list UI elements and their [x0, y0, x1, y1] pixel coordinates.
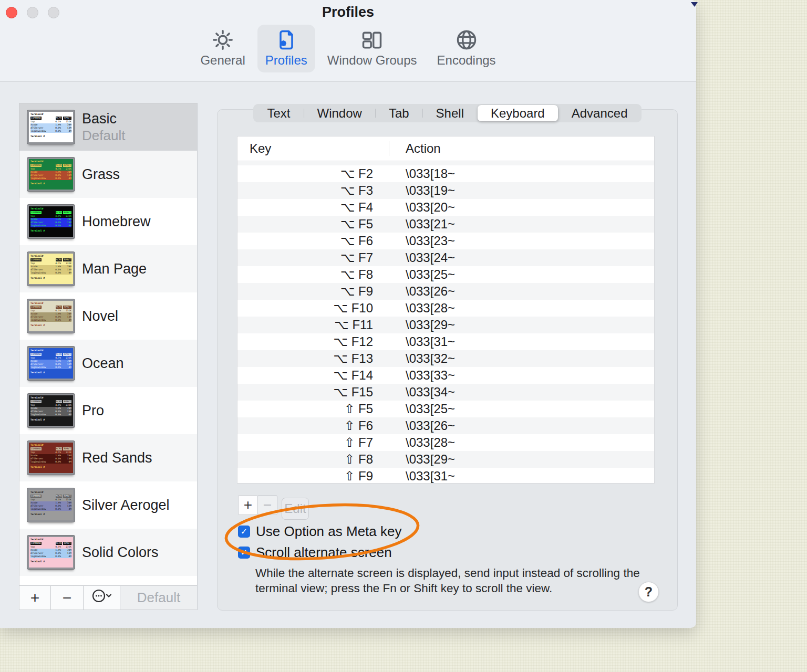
- thumb-header-row: COMMAND%CPURPRVT: [30, 447, 71, 450]
- thumb-process-cpu: 0.0%: [52, 319, 61, 322]
- thumb-process-row: loginwindow0.0%4M: [30, 177, 71, 180]
- edit-key-button[interactable]: Edit: [282, 498, 309, 520]
- profile-row-novel[interactable]: Terminal#COMMAND%CPURPRVTtop4.1%231KXcod…: [19, 292, 197, 340]
- thumb-header-row: COMMAND%CPURPRVT: [30, 211, 71, 214]
- profile-row-pro[interactable]: Terminal#COMMAND%CPURPRVTtop4.1%231KXcod…: [19, 387, 197, 434]
- action-cell: \033[26~: [389, 418, 455, 433]
- tab-window[interactable]: Window: [304, 105, 375, 121]
- toolbar-item-label: General: [200, 53, 245, 68]
- table-row[interactable]: ⇧ F8\033[29~: [237, 451, 654, 468]
- toolbar-item-window-groups[interactable]: Window Groups: [319, 25, 425, 72]
- action-cell: \033[32~: [389, 351, 455, 366]
- remove-profile-button[interactable]: −: [51, 586, 84, 610]
- thumb-process-cpu: 0.0%: [52, 271, 61, 275]
- help-button[interactable]: ?: [638, 582, 659, 602]
- scroll-alternate-screen-checkbox[interactable]: ✓: [238, 547, 250, 559]
- action-cell: \033[34~: [389, 385, 455, 400]
- table-row[interactable]: ⇧ F9\033[31~: [237, 468, 654, 484]
- key-cell: ⌥ F9: [237, 284, 389, 299]
- tab-keyboard[interactable]: Keyboard: [478, 105, 558, 121]
- profile-name: Solid Colors: [82, 544, 159, 560]
- thumb-header-row: COMMAND%CPURPRVT: [30, 258, 71, 261]
- profile-row-man-page[interactable]: Terminal#COMMAND%CPURPRVTtop4.1%231KXcod…: [19, 245, 197, 292]
- more-options-button[interactable]: [84, 586, 120, 610]
- thumb-prompt: Terminal #: [30, 182, 71, 185]
- profile-row-basic[interactable]: Terminal#COMMAND%CPURPRVTtop4.1%231KXcod…: [19, 103, 197, 151]
- thumb-terminal-title: Terminal#: [30, 538, 71, 541]
- profile-row-ocean[interactable]: Terminal#COMMAND%CPURPRVTtop4.1%231KXcod…: [19, 340, 197, 387]
- profile-thumbnail: Terminal#COMMAND%CPURPRVTtop4.1%231KXcod…: [27, 299, 75, 333]
- key-add-remove-group: + −: [238, 495, 277, 515]
- toolbar-item-general[interactable]: General: [192, 25, 253, 72]
- action-cell: \033[21~: [389, 217, 455, 232]
- profile-row-solid-colors[interactable]: Terminal#COMMAND%CPURPRVTtop4.1%231KXcod…: [19, 529, 197, 576]
- toolbar-item-encodings[interactable]: Encodings: [429, 25, 504, 72]
- thumb-column-chip: COMMAND: [30, 258, 42, 261]
- table-row[interactable]: ⌥ F13\033[32~: [237, 350, 654, 367]
- profile-row-red-sands[interactable]: Terminal#COMMAND%CPURPRVTtop4.1%231KXcod…: [19, 434, 197, 481]
- toolbar-item-label: Window Groups: [327, 53, 417, 68]
- thumb-column-chip: %CPU: [56, 211, 63, 214]
- key-cell: ⇧ F9: [237, 469, 389, 484]
- use-option-as-meta-checkbox[interactable]: ✓: [238, 526, 250, 538]
- toolbar-item-profiles[interactable]: Profiles: [257, 25, 315, 72]
- profile-thumbnail: Terminal#COMMAND%CPURPRVTtop4.1%231KXcod…: [27, 346, 75, 380]
- table-row[interactable]: ⇧ F6\033[26~: [237, 417, 654, 434]
- table-row[interactable]: ⌥ F9\033[26~: [237, 283, 654, 300]
- set-default-button[interactable]: Default: [120, 586, 197, 610]
- thumb-header-row: COMMAND%CPURPRVT: [30, 542, 71, 545]
- table-row[interactable]: ⌥ F14\033[33~: [237, 367, 654, 384]
- alternate-screen-help-text: While the alternate screen is displayed,…: [255, 565, 640, 596]
- table-row[interactable]: ⌥ F2\033[18~: [237, 165, 654, 182]
- tab-advanced[interactable]: Advanced: [558, 105, 641, 121]
- thumb-process-cpu: 0.0%: [52, 177, 61, 180]
- thumb-process-mem: 4M: [61, 130, 71, 133]
- thumb-column-chip: COMMAND: [30, 164, 42, 167]
- thumb-process-mem: 4M: [61, 460, 71, 464]
- thumb-process-row: loginwindow0.0%4M: [30, 224, 71, 227]
- profile-row-grass[interactable]: Terminal#COMMAND%CPURPRVTtop4.1%231KXcod…: [19, 151, 197, 198]
- action-cell: \033[33~: [389, 368, 455, 383]
- thumb-header-row: COMMAND%CPURPRVT: [30, 495, 71, 498]
- profile-thumbnail: Terminal#COMMAND%CPURPRVTtop4.1%231KXcod…: [27, 488, 75, 522]
- thumb-prompt: Terminal #: [30, 324, 71, 327]
- thumb-process-row: loginwindow0.0%4M: [30, 460, 71, 464]
- key-cell: ⌥ F11: [237, 318, 389, 332]
- add-key-button[interactable]: +: [238, 495, 258, 515]
- thumb-process-mem: 4M: [61, 413, 71, 416]
- remove-key-button[interactable]: −: [257, 495, 277, 515]
- thumb-column-chip: RPRVT: [63, 353, 71, 356]
- table-row[interactable]: ⌥ F4\033[20~: [237, 199, 654, 216]
- thumb-column-chip: %CPU: [56, 542, 63, 545]
- profile-label-group: Novel: [82, 308, 118, 324]
- table-row[interactable]: ⇧ F5\033[25~: [237, 401, 654, 417]
- thumb-terminal-title: Terminal#: [30, 396, 71, 400]
- tab-text[interactable]: Text: [254, 105, 304, 121]
- key-cell: ⇧ F8: [237, 452, 389, 467]
- add-profile-button[interactable]: +: [19, 586, 51, 610]
- table-row[interactable]: ⌥ F15\033[34~: [237, 384, 654, 401]
- profile-name: Man Page: [82, 261, 147, 277]
- profile-name: Pro: [82, 403, 104, 418]
- table-row[interactable]: ⌥ F10\033[28~: [237, 300, 654, 317]
- table-row[interactable]: ⌥ F7\033[24~: [237, 249, 654, 266]
- table-row[interactable]: ⌥ F6\033[23~: [237, 233, 654, 249]
- profile-row-silver-aerogel[interactable]: Terminal#COMMAND%CPURPRVTtop4.1%231KXcod…: [19, 481, 197, 529]
- thumb-column-chip: %CPU: [56, 258, 63, 261]
- table-row[interactable]: ⌥ F11\033[29~: [237, 317, 654, 333]
- table-row[interactable]: ⌥ F3\033[19~: [237, 182, 654, 199]
- action-cell: \033[31~: [389, 334, 455, 349]
- tab-shell[interactable]: Shell: [423, 105, 477, 121]
- thumb-header-row: COMMAND%CPURPRVT: [30, 117, 71, 120]
- table-row[interactable]: ⌥ F5\033[21~: [237, 216, 654, 233]
- settings-toolbar: General Profiles: [0, 25, 696, 72]
- key-cell: ⌥ F3: [237, 183, 389, 198]
- thumb-prompt: Terminal #: [30, 135, 71, 138]
- table-row[interactable]: ⌥ F12\033[31~: [237, 333, 654, 350]
- profile-row-homebrew[interactable]: Terminal#COMMAND%CPURPRVTtop4.1%231KXcod…: [19, 198, 197, 245]
- profile-name: Silver Aerogel: [82, 497, 170, 513]
- thumb-column-chip: COMMAND: [30, 306, 42, 309]
- tab-tab[interactable]: Tab: [376, 105, 422, 121]
- table-row[interactable]: ⇧ F7\033[28~: [237, 434, 654, 451]
- table-row[interactable]: ⌥ F8\033[25~: [237, 266, 654, 283]
